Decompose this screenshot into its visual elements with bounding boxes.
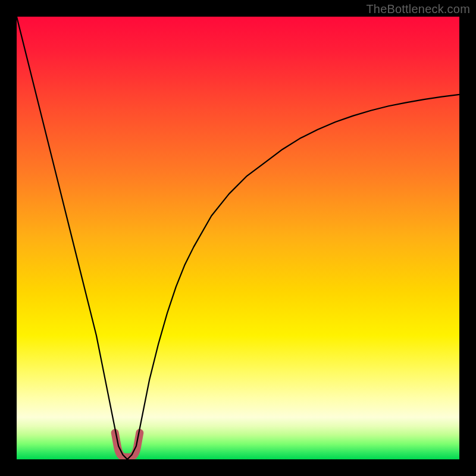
watermark-text: TheBottleneck.com xyxy=(366,2,470,16)
gradient-background xyxy=(17,17,459,459)
bottleneck-chart xyxy=(17,17,459,459)
chart-frame xyxy=(17,17,459,459)
